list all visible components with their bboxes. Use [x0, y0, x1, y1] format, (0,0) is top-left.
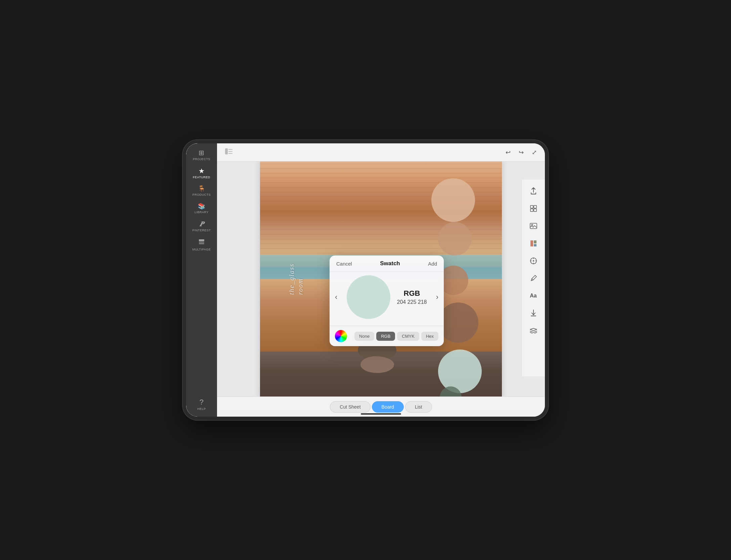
sidebar-item-label: PINTEREST: [192, 229, 211, 232]
mode-hex-button[interactable]: Hex: [421, 332, 438, 341]
swatch-header: Cancel Swatch Add: [330, 255, 444, 272]
expand-button[interactable]: ⤢: [530, 147, 538, 157]
swatch-title: Swatch: [380, 260, 400, 267]
sidebar-item-projects[interactable]: ⊞ PROJECTS: [186, 146, 217, 164]
color-mode-buttons: None RGB CMYK Hex: [350, 332, 438, 341]
swatch-prev-button[interactable]: ‹: [332, 290, 340, 304]
download-button[interactable]: [526, 306, 541, 321]
sidebar-item-label: LIBRARY: [195, 211, 209, 214]
svg-rect-2: [199, 243, 204, 244]
svg-rect-15: [534, 244, 536, 246]
color-circle-5[interactable]: [438, 349, 482, 393]
cutsheet-tab[interactable]: Cut Sheet: [330, 401, 370, 413]
svg-point-17: [533, 260, 534, 262]
swatch-color-info: RGB 204 225 218: [397, 289, 427, 305]
sidebar-item-multipage[interactable]: MULTIPAGE: [186, 235, 217, 254]
pinterest-icon: 𝑷: [200, 221, 204, 227]
grid-view-button[interactable]: [526, 201, 541, 216]
list-tab[interactable]: List: [405, 401, 432, 413]
svg-rect-3: [225, 148, 228, 154]
swatch-cancel-button[interactable]: Cancel: [336, 261, 352, 267]
rgb-label: RGB: [397, 289, 427, 298]
redo-button[interactable]: ↪: [517, 147, 525, 157]
grid-icon: ⊞: [199, 149, 205, 156]
sidebar-toggle-button[interactable]: [224, 147, 234, 157]
svg-rect-8: [534, 205, 536, 208]
share-button[interactable]: [526, 184, 541, 198]
layers-button[interactable]: [526, 323, 541, 338]
svg-rect-10: [534, 209, 536, 212]
swatch-add-button[interactable]: Add: [428, 261, 437, 267]
bottom-bar: Cut Sheet Board List: [217, 396, 545, 417]
star-icon: ★: [199, 168, 205, 174]
sidebar-item-label: HELP: [197, 407, 206, 411]
mode-cmyk-button[interactable]: CMYK: [397, 332, 419, 341]
mode-rgb-button[interactable]: RGB: [376, 332, 395, 341]
canvas-area[interactable]: the_glass room Canc: [217, 161, 545, 396]
help-icon: ?: [200, 399, 204, 406]
ipad-device: ⊞ PROJECTS ★ FEATURED 🪑 PRODUCTS 📚 LIBRA…: [183, 140, 548, 420]
image-button[interactable]: [526, 219, 541, 233]
sidebar-item-label: PROJECTS: [193, 157, 210, 161]
svg-rect-0: [199, 239, 204, 241]
pen-button[interactable]: [526, 271, 541, 286]
sidebar-item-library[interactable]: 📚 LIBRARY: [186, 200, 217, 217]
sidebar-item-help[interactable]: ? HELP: [186, 395, 217, 414]
palette-button[interactable]: [526, 236, 541, 251]
mode-none-button[interactable]: None: [354, 332, 374, 341]
swatch-bottom: None RGB CMYK Hex: [330, 326, 444, 346]
right-toolbar: Aa: [521, 180, 545, 376]
sidebar-item-featured[interactable]: ★ FEATURED: [186, 164, 217, 182]
color-circle-1[interactable]: [431, 178, 475, 222]
swatch-color-circle: [347, 275, 390, 319]
home-indicator: [361, 413, 401, 415]
svg-rect-6: [228, 153, 232, 154]
svg-rect-1: [199, 242, 204, 242]
rgb-values: 204 225 218: [397, 299, 427, 305]
text-button[interactable]: Aa: [526, 288, 541, 303]
swatch-next-button[interactable]: ›: [433, 290, 441, 304]
swatch-nav-area: ‹ RGB 204 225 218 ›: [330, 272, 444, 326]
svg-rect-4: [228, 149, 232, 150]
sidebar-item-products[interactable]: 🪑 PRODUCTS: [186, 182, 217, 200]
color-circle-2[interactable]: [438, 222, 472, 255]
compass-button[interactable]: [526, 253, 541, 268]
undo-button[interactable]: ↩: [504, 147, 512, 157]
topbar: ↩ ↪ ⤢: [217, 143, 545, 161]
svg-rect-7: [530, 205, 533, 208]
board-tab[interactable]: Board: [372, 401, 404, 413]
swatch-popup: Cancel Swatch Add ‹ RGB 204 225 218: [330, 255, 444, 346]
svg-rect-11: [530, 223, 537, 229]
sidebar-item-label: MULTIPAGE: [192, 248, 211, 251]
sidebar-item-pinterest[interactable]: 𝑷 PINTEREST: [186, 217, 217, 235]
sidebar-item-label: FEATURED: [193, 176, 210, 179]
library-icon: 📚: [198, 203, 206, 209]
color-circle-4[interactable]: [438, 302, 478, 343]
svg-rect-13: [530, 240, 533, 246]
svg-rect-14: [534, 240, 536, 243]
main-content: ↩ ↪ ⤢: [217, 143, 545, 417]
svg-rect-9: [530, 209, 533, 212]
color-wheel-icon[interactable]: [335, 330, 347, 342]
svg-rect-5: [228, 151, 232, 152]
sidebar-item-label: PRODUCTS: [192, 193, 211, 196]
sidebar: ⊞ PROJECTS ★ FEATURED 🪑 PRODUCTS 📚 LIBRA…: [186, 143, 217, 417]
svg-point-12: [531, 224, 533, 226]
products-icon: 🪑: [198, 186, 206, 192]
multipage-icon: [198, 239, 205, 246]
